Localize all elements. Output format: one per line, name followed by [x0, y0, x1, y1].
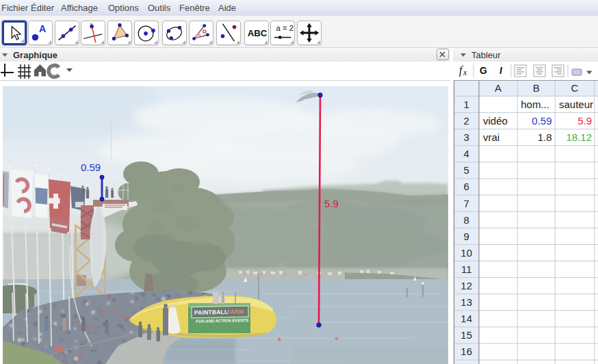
- svg-text:15: 15: [460, 329, 472, 341]
- svg-text:B: B: [533, 82, 540, 94]
- svg-text:G: G: [480, 65, 487, 76]
- svg-text:9: 9: [464, 231, 469, 242]
- svg-text:A: A: [495, 82, 502, 94]
- svg-text:ABC: ABC: [247, 28, 267, 38]
- svg-text:5: 5: [464, 164, 469, 176]
- svg-text:12: 12: [460, 280, 472, 291]
- svg-text:0.59: 0.59: [81, 161, 101, 173]
- svg-text:C: C: [571, 82, 579, 94]
- svg-text:sauteur: sauteur: [559, 99, 593, 110]
- svg-text:10: 10: [460, 247, 472, 259]
- svg-text:7: 7: [464, 198, 469, 209]
- svg-text:11: 11: [461, 263, 472, 275]
- svg-text:13: 13: [460, 296, 472, 308]
- svg-text:5.9: 5.9: [577, 115, 592, 127]
- svg-text:hom...: hom...: [521, 99, 549, 110]
- svg-text:4: 4: [464, 148, 469, 159]
- svg-text:1: 1: [464, 99, 469, 110]
- svg-text:x: x: [463, 68, 467, 77]
- svg-text:vrai: vrai: [483, 131, 499, 143]
- svg-text:3: 3: [464, 131, 469, 143]
- svg-text:6: 6: [464, 181, 469, 192]
- svg-text:a = 2: a = 2: [276, 24, 294, 32]
- svg-text:16: 16: [460, 346, 472, 357]
- svg-text:A: A: [39, 23, 46, 34]
- svg-text:8: 8: [464, 214, 469, 226]
- svg-text:1.8: 1.8: [538, 131, 552, 143]
- svg-text:I: I: [499, 65, 503, 76]
- svg-text:0.59: 0.59: [532, 115, 551, 127]
- svg-text:18.12: 18.12: [566, 131, 592, 143]
- svg-text:vidéo: vidéo: [483, 115, 508, 127]
- svg-text:14: 14: [460, 313, 472, 324]
- svg-text:2: 2: [464, 115, 469, 127]
- svg-text:5.9: 5.9: [324, 198, 339, 209]
